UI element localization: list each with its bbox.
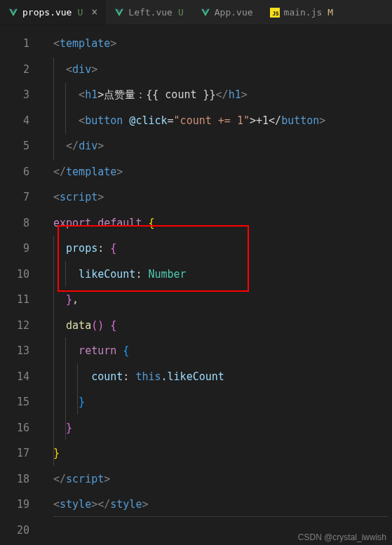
line-number: 6 <box>0 159 42 185</box>
tab-app-vue[interactable]: App.vue <box>192 0 262 25</box>
line-number: 19 <box>0 492 42 518</box>
code-line: <script> <box>42 184 392 210</box>
line-number: 14 <box>0 364 42 390</box>
line-number: 12 <box>0 313 42 339</box>
code-line: data() { <box>42 313 392 339</box>
line-number: 9 <box>0 236 42 262</box>
tab-label: Left.vue <box>128 7 173 18</box>
code-line: </div> <box>42 133 392 159</box>
code-line: <div> <box>42 57 392 83</box>
tab-left-vue[interactable]: Left.vue U <box>106 0 191 25</box>
line-number: 17 <box>0 440 42 466</box>
js-icon: JS <box>270 8 280 18</box>
code-line: </template> <box>42 159 392 185</box>
line-number: 7 <box>0 184 42 210</box>
line-number: 8 <box>0 210 42 236</box>
tab-status: U <box>77 7 83 18</box>
line-number: 1 <box>0 31 42 57</box>
tab-label: props.vue <box>22 7 72 18</box>
code-line: <template> <box>42 31 392 57</box>
code-line: export default { <box>42 210 392 236</box>
vue-icon <box>8 8 18 18</box>
line-number: 15 <box>0 389 42 415</box>
code-line: <button @click="count += 1">+1</button> <box>42 108 392 134</box>
watermark: CSDN @crystal_iwwish <box>298 532 386 542</box>
tab-bar: props.vue U × Left.vue U App.vue JS main… <box>0 0 392 25</box>
tab-status: U <box>178 7 184 18</box>
code-line: } <box>42 389 392 415</box>
close-icon[interactable]: × <box>91 7 97 18</box>
code-line: <style></style> <box>42 492 392 518</box>
code-line: </script> <box>42 466 392 492</box>
svg-text:JS: JS <box>272 11 279 17</box>
line-number: 16 <box>0 415 42 441</box>
tab-label: App.vue <box>215 7 253 18</box>
line-gutter: 1 2 3 4 5 6 7 8 9 10 11 12 13 14 15 16 1… <box>0 25 42 545</box>
line-number: 13 <box>0 338 42 364</box>
tab-main-js[interactable]: JS main.js M <box>262 0 342 25</box>
tab-status: M <box>327 7 333 18</box>
code-line: } <box>42 440 392 466</box>
editor: 1 2 3 4 5 6 7 8 9 10 11 12 13 14 15 16 1… <box>0 25 392 545</box>
line-number: 4 <box>0 108 42 134</box>
code-line: return { <box>42 338 392 364</box>
vue-icon <box>114 8 124 18</box>
code-line: } <box>42 415 392 441</box>
line-number: 11 <box>0 287 42 313</box>
code-line: props: { <box>42 236 392 262</box>
cursor-line-indicator <box>53 516 388 517</box>
code-line: likeCount: Number <box>42 262 392 288</box>
line-number: 3 <box>0 82 42 108</box>
line-number: 5 <box>0 133 42 159</box>
line-number: 10 <box>0 262 42 288</box>
code-area[interactable]: <template> <div> <h1>点赞量：{{ count }}</h1… <box>42 25 392 545</box>
code-line: }, <box>42 287 392 313</box>
line-number: 20 <box>0 518 42 544</box>
code-line: <h1>点赞量：{{ count }}</h1> <box>42 82 392 108</box>
line-number: 2 <box>0 57 42 83</box>
code-line: count: this.likeCount <box>42 364 392 390</box>
vue-icon <box>201 8 210 18</box>
tab-props-vue[interactable]: props.vue U × <box>0 0 106 25</box>
tab-label: main.js <box>284 7 323 18</box>
line-number: 18 <box>0 466 42 492</box>
